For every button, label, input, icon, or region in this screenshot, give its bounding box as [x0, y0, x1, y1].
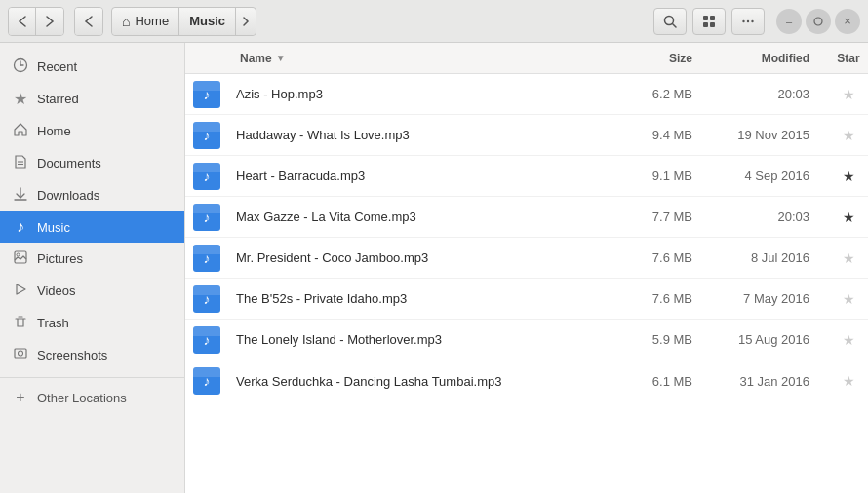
file-size: 7.6 MB [624, 250, 712, 265]
breadcrumb-scroll-left-button[interactable] [75, 8, 102, 35]
file-modified: 19 Nov 2015 [712, 128, 829, 142]
file-name: The Lonely Island - Motherlover.mp3 [228, 332, 624, 347]
breadcrumb-current[interactable]: Music [179, 8, 236, 35]
sidebar-label-videos: Videos [37, 284, 76, 298]
music-file-icon: ♪ [193, 204, 220, 231]
file-name: Haddaway - What Is Love.mp3 [228, 128, 624, 142]
file-modified: 15 Aug 2016 [712, 332, 829, 347]
maximize-button[interactable] [806, 9, 831, 34]
file-list: ♪ Azis - Hop.mp36.2 MB20:03★ ♪ Haddaway … [185, 74, 868, 493]
close-button[interactable]: × [835, 9, 860, 34]
trash-icon [12, 314, 29, 332]
file-size: 7.7 MB [624, 209, 712, 224]
file-name: Azis - Hop.mp3 [228, 87, 624, 101]
file-size: 6.1 MB [624, 374, 712, 389]
sidebar-item-downloads[interactable]: Downloads [0, 179, 184, 211]
file-star[interactable]: ★ [829, 209, 868, 225]
file-list-header: Name ▼ Size Modified Star [185, 43, 868, 74]
screenshots-icon [12, 346, 29, 364]
table-row[interactable]: ♪ The Lonely Island - Motherlover.mp35.9… [185, 320, 868, 360]
other-locations-item[interactable]: + Other Locations [0, 382, 184, 413]
view-toggle-button[interactable] [692, 8, 726, 35]
file-size: 9.4 MB [624, 128, 712, 142]
home-icon [12, 122, 29, 140]
file-name: Mr. President - Coco Jamboo.mp3 [228, 250, 624, 265]
sidebar-label-trash: Trash [37, 316, 69, 330]
file-icon-cell: ♪ [185, 163, 228, 190]
breadcrumb-home-label: Home [135, 14, 169, 28]
file-modified: 4 Sep 2016 [712, 169, 829, 183]
sidebar-item-pictures[interactable]: Pictures [0, 243, 184, 275]
back-button[interactable] [9, 8, 36, 35]
main-area: Recent ★ Starred Home Documents Download… [0, 43, 868, 493]
breadcrumb-expand[interactable] [236, 8, 256, 35]
table-row[interactable]: ♪ Max Gazze - La Vita Come.mp37.7 MB20:0… [185, 197, 868, 238]
nav-buttons [8, 7, 64, 36]
music-file-icon: ♪ [193, 163, 220, 190]
table-row[interactable]: ♪ Heart - Barracuda.mp39.1 MB4 Sep 2016★ [185, 156, 868, 197]
file-icon-cell: ♪ [185, 81, 228, 108]
sidebar-item-screenshots[interactable]: Screenshots [0, 339, 184, 371]
svg-point-7 [747, 19, 749, 21]
file-star[interactable]: ★ [829, 291, 868, 307]
svg-rect-2 [703, 16, 708, 20]
sidebar-label-home: Home [37, 124, 71, 138]
music-file-icon: ♪ [193, 285, 220, 313]
sidebar-item-music[interactable]: ♪ Music [0, 211, 184, 243]
svg-marker-19 [17, 284, 25, 294]
svg-point-8 [751, 19, 753, 21]
sidebar-add-label: Other Locations [37, 391, 127, 405]
file-modified: 20:03 [712, 87, 829, 101]
sidebar-item-documents[interactable]: Documents [0, 147, 184, 179]
music-file-icon: ♪ [193, 81, 220, 108]
file-star[interactable]: ★ [829, 373, 868, 389]
col-header-size[interactable]: Size [624, 52, 712, 65]
menu-button[interactable] [731, 8, 765, 35]
starred-icon: ★ [12, 90, 29, 108]
downloads-icon [12, 186, 29, 205]
sidebar-item-trash[interactable]: Trash [0, 307, 184, 339]
file-icon-cell: ♪ [185, 204, 228, 231]
sidebar-item-videos[interactable]: Videos [0, 275, 184, 307]
breadcrumb: ⌂ Home Music [111, 7, 256, 36]
col-header-name[interactable]: Name ▼ [228, 52, 624, 65]
file-star[interactable]: ★ [829, 169, 868, 184]
documents-icon [12, 154, 29, 172]
breadcrumb-home[interactable]: ⌂ Home [112, 8, 179, 35]
file-star[interactable]: ★ [829, 87, 868, 102]
file-modified: 31 Jan 2016 [712, 374, 829, 389]
sidebar-label-downloads: Downloads [37, 188, 99, 203]
file-icon-cell: ♪ [185, 367, 228, 395]
sidebar-item-starred[interactable]: ★ Starred [0, 83, 184, 115]
file-modified: 20:03 [712, 209, 829, 224]
sidebar-item-recent[interactable]: Recent [0, 51, 184, 83]
svg-line-1 [673, 23, 677, 27]
file-star[interactable]: ★ [829, 128, 868, 143]
sidebar-item-home[interactable]: Home [0, 115, 184, 147]
svg-rect-3 [710, 16, 715, 20]
search-button[interactable] [653, 8, 687, 35]
col-header-modified[interactable]: Modified [712, 52, 829, 65]
file-name: Verka Serduchka - Dancing Lasha Tumbai.m… [228, 374, 624, 389]
file-icon-cell: ♪ [185, 326, 228, 354]
table-row[interactable]: ♪ Azis - Hop.mp36.2 MB20:03★ [185, 74, 868, 115]
svg-rect-21 [15, 349, 26, 358]
minimize-button[interactable]: – [776, 9, 802, 34]
col-header-star[interactable]: Star [829, 52, 868, 65]
titlebar: ⌂ Home Music – [0, 0, 868, 43]
file-name: Max Gazze - La Vita Come.mp3 [228, 209, 624, 224]
file-star[interactable]: ★ [829, 332, 868, 348]
music-file-icon: ♪ [193, 245, 220, 272]
table-row[interactable]: ♪ Haddaway - What Is Love.mp39.4 MB19 No… [185, 115, 868, 156]
table-row[interactable]: ♪ The B'52s - Private Idaho.mp37.6 MB7 M… [185, 279, 868, 320]
file-size: 9.1 MB [624, 169, 712, 183]
file-icon-cell: ♪ [185, 285, 228, 313]
home-icon: ⌂ [122, 14, 130, 29]
table-row[interactable]: ♪ Mr. President - Coco Jamboo.mp37.6 MB8… [185, 238, 868, 279]
table-row[interactable]: ♪ Verka Serduchka - Dancing Lasha Tumbai… [185, 360, 868, 401]
file-star[interactable]: ★ [829, 250, 868, 266]
sort-arrow-icon: ▼ [276, 53, 286, 63]
sidebar-label-music: Music [37, 220, 70, 235]
file-modified: 7 May 2016 [712, 291, 829, 306]
forward-button[interactable] [36, 8, 63, 35]
